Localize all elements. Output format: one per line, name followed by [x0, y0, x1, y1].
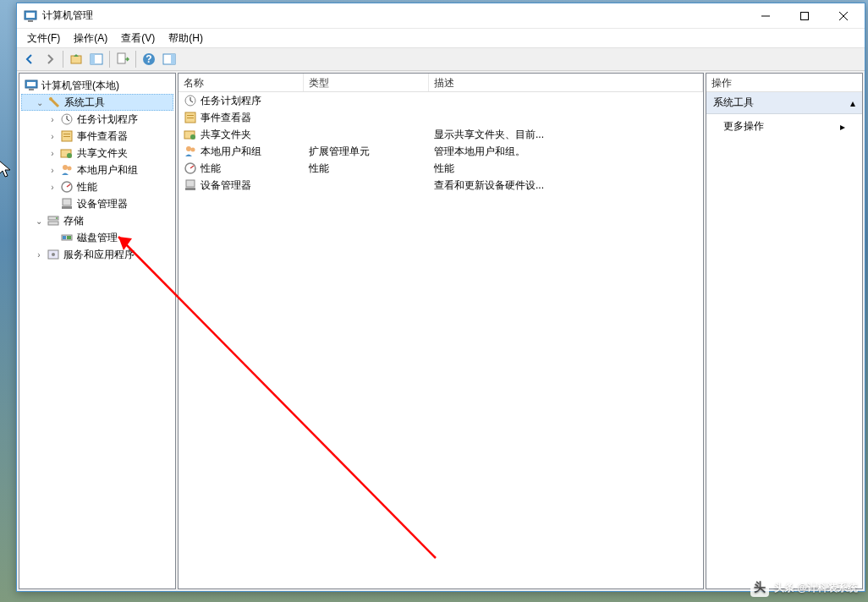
- main-window: 计算机管理 文件(F) 操作(A) 查看(V) 帮助(H) ? 计算机管理(本地: [16, 3, 865, 592]
- svg-rect-10: [118, 53, 125, 63]
- col-name[interactable]: 名称: [179, 74, 304, 91]
- menu-file[interactable]: 文件(F): [20, 30, 67, 47]
- tree-device-manager[interactable]: 设备管理器: [21, 195, 173, 212]
- tree-services-apps[interactable]: › 服务和应用程序: [21, 246, 173, 263]
- users-icon: [184, 145, 197, 158]
- tree-local-users[interactable]: › 本地用户和组: [21, 161, 173, 178]
- disk-icon: [60, 231, 74, 244]
- svg-rect-28: [63, 199, 71, 205]
- show-hide-action-pane-button[interactable]: [160, 50, 179, 68]
- svg-rect-41: [187, 118, 194, 118]
- expand-icon[interactable]: ›: [47, 130, 58, 142]
- actions-panel: 操作 系统工具 ▴ 更多操作 ▸: [706, 73, 863, 589]
- collapse-icon[interactable]: ⌄: [34, 96, 46, 108]
- svg-rect-22: [63, 136, 70, 137]
- performance-icon: [184, 161, 197, 175]
- col-type[interactable]: 类型: [304, 74, 429, 91]
- svg-text:?: ?: [146, 53, 151, 65]
- shared-folder-icon: [184, 128, 197, 141]
- svg-rect-14: [171, 54, 175, 64]
- maximize-button[interactable]: [785, 3, 824, 29]
- svg-rect-16: [27, 82, 36, 86]
- collapse-icon[interactable]: ⌄: [33, 215, 45, 227]
- svg-rect-17: [29, 89, 34, 90]
- list-row[interactable]: 性能 性能 性能: [179, 160, 703, 177]
- svg-point-43: [190, 134, 195, 140]
- tree-disk-management[interactable]: 磁盘管理: [21, 229, 173, 246]
- forward-button[interactable]: [41, 50, 59, 68]
- menubar: 文件(F) 操作(A) 查看(V) 帮助(H): [17, 29, 865, 47]
- services-icon: [47, 248, 60, 261]
- list-header: 名称 类型 描述: [179, 74, 703, 92]
- svg-rect-40: [187, 115, 194, 116]
- performance-icon: [60, 180, 74, 194]
- svg-rect-4: [801, 12, 809, 19]
- tree-storage[interactable]: ⌄ 存储: [21, 212, 173, 229]
- menu-help[interactable]: 帮助(H): [162, 30, 210, 47]
- help-button[interactable]: ?: [140, 50, 158, 68]
- tree-event-viewer[interactable]: › 事件查看器: [21, 128, 173, 145]
- content-area: 计算机管理(本地) ⌄ 系统工具 › 任务计划程序 › 事件查看器 › 共享文件…: [17, 71, 865, 591]
- tree-shared-folders[interactable]: › 共享文件夹: [21, 145, 173, 161]
- list-panel: 名称 类型 描述 任务计划程序 事件查看器 共享文件夹 显示: [178, 73, 704, 589]
- menu-action[interactable]: 操作(A): [67, 30, 114, 47]
- list-row[interactable]: 设备管理器 查看和更新设备硬件设...: [179, 177, 703, 194]
- chevron-right-icon: ▸: [840, 121, 845, 133]
- tree-panel: 计算机管理(本地) ⌄ 系统工具 › 任务计划程序 › 事件查看器 › 共享文件…: [19, 73, 176, 589]
- event-icon: [60, 129, 74, 143]
- svg-rect-1: [26, 13, 35, 18]
- minimize-button[interactable]: [746, 3, 785, 29]
- svg-rect-47: [186, 180, 195, 187]
- window-controls: [746, 3, 863, 29]
- watermark-icon: 头: [750, 578, 769, 597]
- expand-icon[interactable]: ›: [47, 147, 58, 159]
- list-body: 任务计划程序 事件查看器 共享文件夹 显示共享文件夹、目前... 本地用户和组 …: [179, 92, 703, 588]
- svg-rect-34: [63, 236, 66, 239]
- list-row[interactable]: 共享文件夹 显示共享文件夹、目前...: [179, 126, 703, 143]
- menu-view[interactable]: 查看(V): [114, 30, 162, 47]
- up-button[interactable]: [67, 50, 85, 68]
- svg-point-45: [191, 148, 195, 152]
- svg-rect-29: [62, 206, 72, 209]
- computer-icon: [25, 79, 38, 92]
- svg-point-37: [52, 253, 55, 256]
- toolbar: ?: [17, 47, 865, 71]
- svg-rect-9: [91, 54, 95, 64]
- svg-rect-48: [185, 188, 195, 190]
- list-row[interactable]: 事件查看器: [179, 109, 703, 126]
- svg-rect-7: [71, 56, 81, 63]
- tree-task-scheduler[interactable]: › 任务计划程序: [21, 111, 173, 128]
- app-icon: [24, 9, 37, 23]
- back-button[interactable]: [20, 50, 39, 68]
- expand-icon[interactable]: ›: [47, 164, 58, 176]
- tree-system-tools[interactable]: ⌄ 系统工具: [21, 94, 173, 111]
- device-icon: [60, 197, 74, 211]
- svg-rect-21: [63, 134, 70, 134]
- toolbar-separator: [63, 51, 63, 68]
- actions-header: 操作: [706, 74, 862, 92]
- export-button[interactable]: [113, 50, 132, 68]
- actions-section[interactable]: 系统工具 ▴: [706, 92, 862, 114]
- collapse-icon: ▴: [850, 97, 855, 109]
- toolbar-separator: [135, 51, 136, 68]
- list-row[interactable]: 任务计划程序: [179, 92, 703, 109]
- expand-icon[interactable]: ›: [33, 249, 45, 260]
- actions-more[interactable]: 更多操作 ▸: [706, 114, 862, 139]
- svg-point-32: [56, 217, 58, 219]
- list-row[interactable]: 本地用户和组 扩展管理单元 管理本地用户和组。: [179, 143, 703, 160]
- expand-icon[interactable]: ›: [47, 113, 58, 125]
- svg-rect-35: [67, 236, 71, 239]
- clock-icon: [60, 112, 74, 126]
- col-desc[interactable]: 描述: [429, 74, 703, 91]
- show-hide-tree-button[interactable]: [87, 50, 106, 68]
- svg-point-24: [67, 153, 72, 158]
- shared-folder-icon: [60, 146, 74, 160]
- storage-icon: [47, 214, 60, 227]
- window-title: 计算机管理: [42, 8, 746, 23]
- close-button[interactable]: [824, 3, 863, 29]
- tree-performance[interactable]: › 性能: [21, 178, 173, 195]
- expand-icon[interactable]: ›: [47, 181, 58, 193]
- tree-root[interactable]: 计算机管理(本地): [21, 77, 173, 94]
- svg-point-44: [186, 146, 191, 151]
- svg-point-25: [63, 165, 68, 170]
